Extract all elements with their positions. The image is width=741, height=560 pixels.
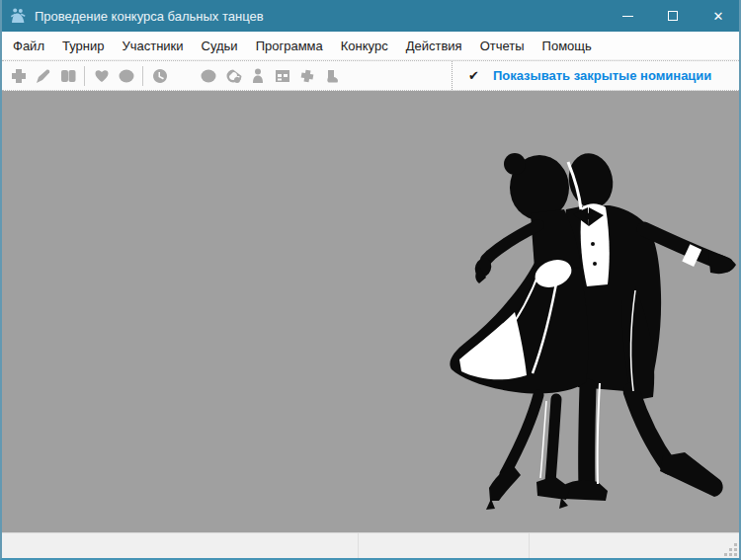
menu-program[interactable]: Программа	[247, 33, 332, 59]
add-icon[interactable]	[6, 64, 31, 88]
title-bar[interactable]: Проведение конкурса бальных танцев ✕	[0, 0, 741, 32]
menu-reports[interactable]: Отчеты	[471, 33, 534, 59]
window-title: Проведение конкурса бальных танцев	[35, 9, 264, 24]
menu-help[interactable]: Помощь	[534, 33, 601, 59]
menu-participants[interactable]: Участники	[113, 33, 192, 59]
minimize-button[interactable]	[605, 0, 650, 32]
menu-bar: Файл Турнир Участники Судьи Программа Ко…	[2, 32, 739, 60]
menu-judges[interactable]: Судьи	[193, 33, 247, 59]
dancing-couple-icon	[9, 7, 27, 25]
menu-actions[interactable]: Действия	[397, 33, 471, 59]
status-section-3	[530, 533, 739, 558]
close-button[interactable]: ✕	[696, 0, 741, 32]
round-icon[interactable]	[196, 64, 220, 88]
maximize-button[interactable]	[650, 0, 696, 32]
menu-file[interactable]: Файл	[4, 33, 53, 59]
maximize-icon	[668, 11, 678, 21]
status-section-2	[359, 533, 530, 558]
grid-icon[interactable]	[270, 64, 294, 88]
toolbar: ✔ Показывать закрытые номинации	[2, 60, 739, 91]
resize-grip-icon[interactable]	[724, 543, 738, 557]
blob-icon[interactable]	[114, 64, 138, 88]
main-canvas	[2, 91, 739, 532]
show-closed-nominations-toggle[interactable]: ✔ Показывать закрытые номинации	[452, 61, 739, 90]
edit-icon[interactable]	[31, 64, 55, 88]
show-closed-nominations-label: Показывать закрытые номинации	[493, 68, 711, 83]
close-icon: ✕	[713, 10, 724, 23]
cross-icon[interactable]	[294, 64, 319, 88]
menu-competition[interactable]: Конкурс	[332, 33, 397, 59]
minimize-icon	[622, 16, 633, 17]
ballroom-dancers-illustration	[442, 148, 738, 532]
toolbar-separator	[84, 66, 85, 86]
favorite-icon[interactable]	[89, 64, 114, 88]
window-controls: ✕	[605, 0, 741, 32]
status-bar	[2, 532, 739, 558]
toolbar-separator	[142, 66, 143, 86]
app-window: Проведение конкурса бальных танцев ✕ Фай…	[0, 0, 741, 560]
person-icon[interactable]	[245, 64, 270, 88]
clock-icon[interactable]	[147, 64, 172, 88]
rotate-icon[interactable]	[220, 64, 245, 88]
status-section-1	[2, 533, 359, 558]
menu-tournament[interactable]: Турнир	[53, 33, 113, 59]
check-icon: ✔	[468, 68, 479, 83]
copy-icon[interactable]	[55, 64, 80, 88]
boot-icon[interactable]	[319, 64, 344, 88]
